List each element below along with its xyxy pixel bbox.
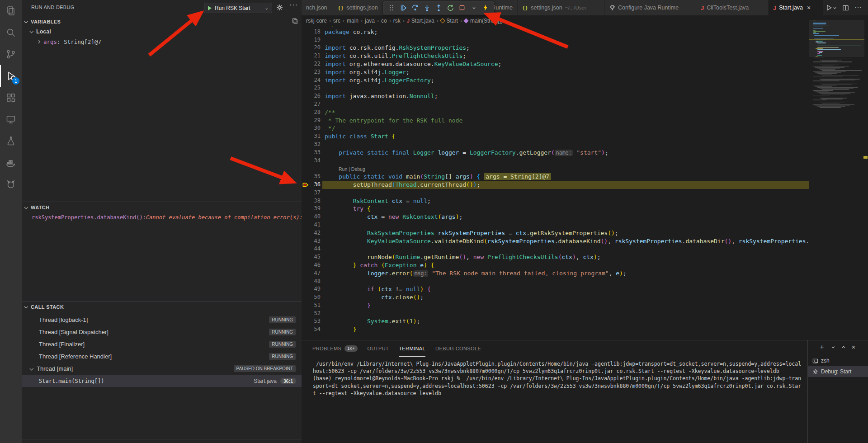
step-into-icon[interactable] <box>421 2 432 14</box>
breadcrumb-item[interactable]: JStart.java <box>407 18 434 24</box>
code-line-24[interactable]: 24import org.slf4j.LoggerFactory; <box>302 76 868 85</box>
new-terminal-icon[interactable]: ＋ <box>819 343 825 351</box>
code-line-51[interactable]: 51 } <box>302 302 868 310</box>
close-icon[interactable]: × <box>807 4 811 11</box>
activity-item-remote-explorer[interactable] <box>0 108 22 130</box>
code-line-20[interactable]: 20import co.rsk.config.RskSystemProperti… <box>302 44 868 52</box>
code-line-33[interactable]: 33 private static final Logger logger = … <box>302 149 868 157</box>
continue-icon[interactable] <box>398 2 409 14</box>
code-editor[interactable]: 17 */18package co.rsk;1920import co.rsk.… <box>302 20 868 334</box>
hot-code-replace-icon[interactable] <box>480 2 491 14</box>
activity-item-mascot[interactable] <box>0 174 22 195</box>
breadcrumb-item[interactable]: main(String[]) <box>464 18 503 24</box>
gear-icon[interactable] <box>276 4 283 11</box>
watch-section-header[interactable]: WATCH <box>22 203 302 212</box>
code-line-50[interactable]: 50 ctx.close(); <box>302 293 868 302</box>
code-line-44[interactable]: 44 <box>302 245 868 253</box>
close-panel-icon[interactable]: × <box>852 344 855 351</box>
stop-icon[interactable] <box>457 2 467 14</box>
launch-config-button[interactable]: Run RSK Start ⌄ <box>204 3 272 13</box>
panel-tab-output[interactable]: OUTPUT <box>368 340 389 357</box>
variables-section-header[interactable]: VARIABLES <box>22 17 302 27</box>
code-line-32[interactable]: 32 <box>302 141 868 149</box>
code-line-43[interactable]: 43 KeyValueDataSource.validateDbKind(rsk… <box>302 237 868 245</box>
code-line-47[interactable]: 47 logger.error(msg: "The RSK node main … <box>302 269 868 278</box>
chevron-down-icon[interactable]: ⌄ <box>265 5 269 10</box>
run-java-button[interactable] <box>826 4 837 11</box>
code-line-41[interactable]: 41 <box>302 221 868 229</box>
tab-nch-json[interactable]: nch.json <box>302 0 333 15</box>
code-line-54[interactable]: 54 } <box>302 325 868 334</box>
maximize-panel-icon[interactable] <box>841 345 846 349</box>
code-line-48[interactable]: 48 <box>302 278 868 286</box>
breakpoints-section-header[interactable]: BREAKPOINTS <box>22 440 302 443</box>
step-over-icon[interactable] <box>410 2 420 14</box>
code-line-31[interactable]: 31public class Start { <box>302 132 868 141</box>
activity-item-extensions[interactable] <box>0 87 22 108</box>
code-line-34[interactable]: 34 <box>302 157 868 165</box>
tab-clitoolstest-java[interactable]: JCliToolsTest.java <box>696 0 769 15</box>
terminal-output[interactable]: /usr/bin/env /Library/Internet\ Plug-Ins… <box>313 360 803 397</box>
code-line-52[interactable]: 52 <box>302 310 868 318</box>
code-line-25[interactable]: 25 <box>302 84 868 92</box>
code-line-38[interactable]: 38 RskContext ctx = null; <box>302 197 868 205</box>
code-line-35[interactable]: 35 public static void main(String[] args… <box>302 173 868 181</box>
code-line-21[interactable]: 21import co.rsk.util.PreflightChecksUtil… <box>302 52 868 60</box>
watch-expression[interactable]: rskSystemProperties.databaseKind(): Cann… <box>22 212 302 222</box>
code-line-30[interactable]: 30 */ <box>302 124 868 132</box>
activity-item-run-and-debug[interactable]: 1 <box>0 65 22 87</box>
code-line-39[interactable]: 39 try { <box>302 205 868 213</box>
variable-args[interactable]: args : String[2]@7 <box>22 37 302 47</box>
tab-configure-java-runtime[interactable]: Configure Java Runtime <box>605 0 696 15</box>
code-line-22[interactable]: 22import org.ethereum.datasource.KeyValu… <box>302 60 868 68</box>
breadcrumb-item[interactable]: rskj-core <box>306 18 327 24</box>
drag-icon[interactable] <box>386 2 397 14</box>
breadcrumb-item[interactable]: rsk <box>393 18 401 24</box>
code-line-19[interactable]: 19 <box>302 36 868 44</box>
step-out-icon[interactable] <box>433 2 444 14</box>
breadcrumb-item[interactable]: java <box>365 18 375 24</box>
code-line-27[interactable]: 27 <box>302 100 868 108</box>
codelens-row[interactable]: Run | Debug <box>302 165 868 173</box>
split-editor-icon[interactable] <box>842 5 849 11</box>
code-line-46[interactable]: 46 } catch (Exception e) { <box>302 261 868 269</box>
tab-start-java[interactable]: JStart.java× <box>769 0 824 15</box>
breadcrumb-item[interactable]: co <box>381 18 387 24</box>
more-actions-icon[interactable]: ··· <box>854 4 862 12</box>
terminal-list-item-zsh[interactable]: zsh <box>808 355 868 366</box>
code-line-36[interactable]: 36 setUpThread(Thread.currentThread()); <box>302 181 868 189</box>
code-line-53[interactable]: 53 System.exit(1); <box>302 317 868 325</box>
stack-frame-selected[interactable]: Start.main(String[]) Start.java 36:1 <box>22 375 302 387</box>
more-actions-icon[interactable]: ··· <box>289 1 298 9</box>
variables-scope-local[interactable]: Local <box>22 27 302 37</box>
terminal-list-item-debug-start[interactable]: Debug: Start <box>808 366 868 377</box>
breadcrumb-item[interactable]: Start <box>441 18 458 24</box>
panel-tab-terminal[interactable]: TERMINAL <box>399 340 425 357</box>
activity-item-docker[interactable] <box>0 152 22 174</box>
restart-icon[interactable] <box>445 2 456 14</box>
chevron-down-icon[interactable] <box>831 345 835 349</box>
thread-row[interactable]: Thread [Signal Dispatcher]RUNNING <box>22 326 302 338</box>
panel-tab-problems[interactable]: PROBLEMS1K+ <box>312 340 358 357</box>
code-line-49[interactable]: 49 if (ctx != null) { <box>302 285 868 293</box>
codelens-run-debug[interactable]: Run | Debug <box>339 165 365 173</box>
pages-icon[interactable] <box>292 18 298 24</box>
minimap[interactable] <box>809 0 864 320</box>
code-line-37[interactable]: 37 <box>302 189 868 197</box>
breadcrumb-item[interactable]: main <box>347 18 359 24</box>
thread-row[interactable]: Thread [logback-1]RUNNING <box>22 314 302 326</box>
activity-item-search[interactable] <box>0 22 22 43</box>
code-line-23[interactable]: 23import org.slf4j.Logger; <box>302 68 868 76</box>
call-stack-section-header[interactable]: CALL STACK <box>22 302 302 312</box>
thread-row[interactable]: Thread [main]PAUSED ON BREAKPOINT <box>22 363 302 375</box>
breadcrumb-item[interactable]: src <box>333 18 340 24</box>
code-line-45[interactable]: 45 runNode(Runtime.getRuntime(), new Pre… <box>302 253 868 261</box>
thread-row[interactable]: Thread [Reference Handler]RUNNING <box>22 350 302 363</box>
panel-tab-debug-console[interactable]: DEBUG CONSOLE <box>435 340 481 357</box>
activity-item-explorer[interactable] <box>0 0 22 22</box>
chevron-down-icon[interactable] <box>468 2 479 14</box>
activity-item-testing[interactable] <box>0 130 22 152</box>
code-line-40[interactable]: 40 ctx = new RskContext(args); <box>302 213 868 221</box>
tab-settings-json[interactable]: {}settings.json~/.../User <box>518 0 605 15</box>
code-line-28[interactable]: 28/** <box>302 108 868 117</box>
